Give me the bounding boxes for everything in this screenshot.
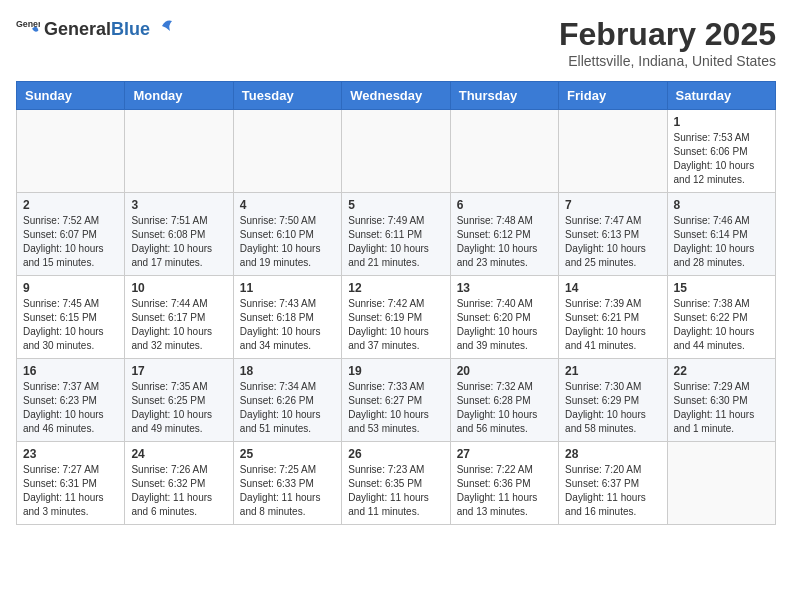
calendar-cell: 24Sunrise: 7:26 AM Sunset: 6:32 PM Dayli… [125,442,233,525]
calendar-cell: 4Sunrise: 7:50 AM Sunset: 6:10 PM Daylig… [233,193,341,276]
day-number: 18 [240,364,335,378]
calendar-cell: 11Sunrise: 7:43 AM Sunset: 6:18 PM Dayli… [233,276,341,359]
weekday-header-saturday: Saturday [667,82,775,110]
calendar-cell: 5Sunrise: 7:49 AM Sunset: 6:11 PM Daylig… [342,193,450,276]
day-info: Sunrise: 7:48 AM Sunset: 6:12 PM Dayligh… [457,214,552,270]
day-number: 9 [23,281,118,295]
calendar-cell: 19Sunrise: 7:33 AM Sunset: 6:27 PM Dayli… [342,359,450,442]
calendar-week-row: 9Sunrise: 7:45 AM Sunset: 6:15 PM Daylig… [17,276,776,359]
calendar-location: Ellettsville, Indiana, United States [559,53,776,69]
day-number: 2 [23,198,118,212]
calendar-week-row: 1Sunrise: 7:53 AM Sunset: 6:06 PM Daylig… [17,110,776,193]
day-number: 12 [348,281,443,295]
day-info: Sunrise: 7:33 AM Sunset: 6:27 PM Dayligh… [348,380,443,436]
day-number: 28 [565,447,660,461]
calendar-cell: 12Sunrise: 7:42 AM Sunset: 6:19 PM Dayli… [342,276,450,359]
day-number: 19 [348,364,443,378]
calendar-cell: 17Sunrise: 7:35 AM Sunset: 6:25 PM Dayli… [125,359,233,442]
calendar-header-row: SundayMondayTuesdayWednesdayThursdayFrid… [17,82,776,110]
calendar-cell: 1Sunrise: 7:53 AM Sunset: 6:06 PM Daylig… [667,110,775,193]
day-number: 27 [457,447,552,461]
calendar-cell: 14Sunrise: 7:39 AM Sunset: 6:21 PM Dayli… [559,276,667,359]
logo-text-blue: Blue [111,19,150,40]
day-info: Sunrise: 7:35 AM Sunset: 6:25 PM Dayligh… [131,380,226,436]
day-number: 16 [23,364,118,378]
day-number: 8 [674,198,769,212]
logo: General GeneralBlue [16,16,174,40]
weekday-header-sunday: Sunday [17,82,125,110]
weekday-header-wednesday: Wednesday [342,82,450,110]
calendar-week-row: 16Sunrise: 7:37 AM Sunset: 6:23 PM Dayli… [17,359,776,442]
calendar-cell: 23Sunrise: 7:27 AM Sunset: 6:31 PM Dayli… [17,442,125,525]
day-info: Sunrise: 7:52 AM Sunset: 6:07 PM Dayligh… [23,214,118,270]
logo-text-general: General [44,19,111,40]
day-info: Sunrise: 7:47 AM Sunset: 6:13 PM Dayligh… [565,214,660,270]
day-info: Sunrise: 7:29 AM Sunset: 6:30 PM Dayligh… [674,380,769,436]
calendar-cell: 3Sunrise: 7:51 AM Sunset: 6:08 PM Daylig… [125,193,233,276]
calendar-cell [450,110,558,193]
calendar-cell [559,110,667,193]
day-info: Sunrise: 7:25 AM Sunset: 6:33 PM Dayligh… [240,463,335,519]
day-number: 7 [565,198,660,212]
weekday-header-thursday: Thursday [450,82,558,110]
calendar-cell: 28Sunrise: 7:20 AM Sunset: 6:37 PM Dayli… [559,442,667,525]
calendar-cell: 7Sunrise: 7:47 AM Sunset: 6:13 PM Daylig… [559,193,667,276]
calendar-week-row: 2Sunrise: 7:52 AM Sunset: 6:07 PM Daylig… [17,193,776,276]
day-info: Sunrise: 7:44 AM Sunset: 6:17 PM Dayligh… [131,297,226,353]
day-info: Sunrise: 7:20 AM Sunset: 6:37 PM Dayligh… [565,463,660,519]
day-info: Sunrise: 7:37 AM Sunset: 6:23 PM Dayligh… [23,380,118,436]
calendar-cell: 20Sunrise: 7:32 AM Sunset: 6:28 PM Dayli… [450,359,558,442]
day-number: 24 [131,447,226,461]
weekday-header-tuesday: Tuesday [233,82,341,110]
calendar-cell: 10Sunrise: 7:44 AM Sunset: 6:17 PM Dayli… [125,276,233,359]
calendar-cell: 18Sunrise: 7:34 AM Sunset: 6:26 PM Dayli… [233,359,341,442]
day-number: 11 [240,281,335,295]
day-number: 26 [348,447,443,461]
day-number: 14 [565,281,660,295]
day-info: Sunrise: 7:45 AM Sunset: 6:15 PM Dayligh… [23,297,118,353]
calendar-cell: 6Sunrise: 7:48 AM Sunset: 6:12 PM Daylig… [450,193,558,276]
day-number: 4 [240,198,335,212]
title-block: February 2025 Ellettsville, Indiana, Uni… [559,16,776,69]
calendar-cell: 27Sunrise: 7:22 AM Sunset: 6:36 PM Dayli… [450,442,558,525]
weekday-header-monday: Monday [125,82,233,110]
calendar-cell: 25Sunrise: 7:25 AM Sunset: 6:33 PM Dayli… [233,442,341,525]
day-info: Sunrise: 7:53 AM Sunset: 6:06 PM Dayligh… [674,131,769,187]
calendar-cell: 13Sunrise: 7:40 AM Sunset: 6:20 PM Dayli… [450,276,558,359]
logo-bird-icon [152,17,174,35]
day-info: Sunrise: 7:23 AM Sunset: 6:35 PM Dayligh… [348,463,443,519]
calendar-table: SundayMondayTuesdayWednesdayThursdayFrid… [16,81,776,525]
day-number: 21 [565,364,660,378]
day-info: Sunrise: 7:42 AM Sunset: 6:19 PM Dayligh… [348,297,443,353]
day-number: 6 [457,198,552,212]
calendar-cell [125,110,233,193]
day-info: Sunrise: 7:30 AM Sunset: 6:29 PM Dayligh… [565,380,660,436]
calendar-cell: 22Sunrise: 7:29 AM Sunset: 6:30 PM Dayli… [667,359,775,442]
day-info: Sunrise: 7:51 AM Sunset: 6:08 PM Dayligh… [131,214,226,270]
day-number: 20 [457,364,552,378]
day-info: Sunrise: 7:50 AM Sunset: 6:10 PM Dayligh… [240,214,335,270]
calendar-cell: 16Sunrise: 7:37 AM Sunset: 6:23 PM Dayli… [17,359,125,442]
day-number: 15 [674,281,769,295]
day-number: 22 [674,364,769,378]
day-info: Sunrise: 7:49 AM Sunset: 6:11 PM Dayligh… [348,214,443,270]
day-info: Sunrise: 7:34 AM Sunset: 6:26 PM Dayligh… [240,380,335,436]
calendar-cell: 21Sunrise: 7:30 AM Sunset: 6:29 PM Dayli… [559,359,667,442]
day-number: 17 [131,364,226,378]
day-number: 13 [457,281,552,295]
calendar-cell: 9Sunrise: 7:45 AM Sunset: 6:15 PM Daylig… [17,276,125,359]
calendar-cell [342,110,450,193]
calendar-cell [667,442,775,525]
day-number: 1 [674,115,769,129]
weekday-header-friday: Friday [559,82,667,110]
day-info: Sunrise: 7:46 AM Sunset: 6:14 PM Dayligh… [674,214,769,270]
calendar-cell [233,110,341,193]
calendar-cell: 8Sunrise: 7:46 AM Sunset: 6:14 PM Daylig… [667,193,775,276]
day-info: Sunrise: 7:40 AM Sunset: 6:20 PM Dayligh… [457,297,552,353]
day-number: 5 [348,198,443,212]
day-info: Sunrise: 7:32 AM Sunset: 6:28 PM Dayligh… [457,380,552,436]
page-header: General GeneralBlue February 2025 Ellett… [16,16,776,69]
day-info: Sunrise: 7:38 AM Sunset: 6:22 PM Dayligh… [674,297,769,353]
calendar-cell: 26Sunrise: 7:23 AM Sunset: 6:35 PM Dayli… [342,442,450,525]
day-number: 25 [240,447,335,461]
